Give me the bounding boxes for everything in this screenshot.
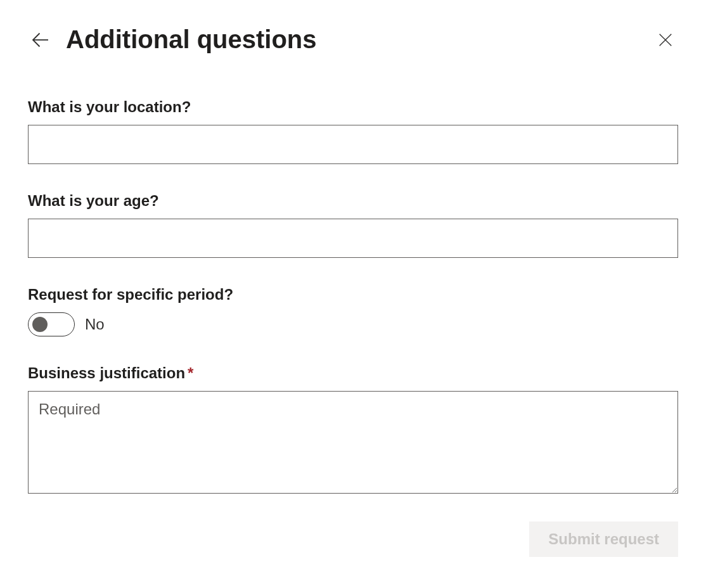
business-justification-input[interactable]	[28, 391, 678, 494]
specific-period-label: Request for specific period?	[28, 286, 678, 304]
page-title: Additional questions	[66, 25, 653, 54]
age-input[interactable]	[28, 219, 678, 258]
required-asterisk: *	[188, 364, 193, 381]
location-input[interactable]	[28, 125, 678, 164]
location-field-group: What is your location?	[28, 98, 678, 164]
arrow-left-icon	[29, 29, 52, 51]
business-justification-label-text: Business justification	[28, 364, 185, 381]
location-label: What is your location?	[28, 98, 678, 116]
toggle-row: No	[28, 312, 678, 336]
toggle-thumb	[32, 317, 48, 332]
business-justification-label: Business justification*	[28, 364, 678, 382]
close-button[interactable]	[653, 27, 678, 53]
specific-period-field-group: Request for specific period? No	[28, 286, 678, 336]
business-justification-field-group: Business justification*	[28, 364, 678, 496]
age-field-group: What is your age?	[28, 192, 678, 258]
toggle-value-label: No	[85, 316, 105, 333]
page-header: Additional questions	[28, 25, 678, 54]
specific-period-toggle[interactable]	[28, 312, 75, 336]
close-icon	[657, 31, 674, 49]
form-footer: Submit request	[28, 521, 678, 557]
back-button[interactable]	[28, 27, 53, 53]
submit-request-button[interactable]: Submit request	[529, 521, 678, 557]
age-label: What is your age?	[28, 192, 678, 210]
